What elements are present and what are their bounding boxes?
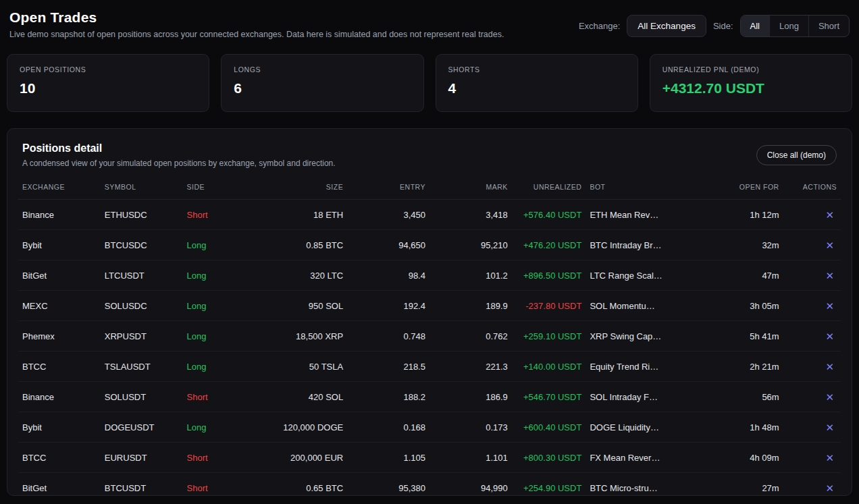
open-for-cell: 32m — [713, 230, 783, 260]
actions-cell: ✕ — [783, 200, 841, 230]
stat-value: 4 — [448, 80, 625, 96]
column-header-symbol: SYMBOL — [101, 177, 183, 200]
stat-label: UNREALIZED PNL (DEMO) — [662, 65, 839, 74]
table-row: PhemexXRPUSDTLong18,500 XRP0.7480.762+25… — [18, 321, 841, 352]
exchange-cell: Phemex — [18, 321, 101, 352]
size-cell: 0.85 BTC — [257, 230, 347, 260]
actions-cell: ✕ — [783, 352, 841, 382]
side-option-all[interactable]: All — [741, 16, 769, 36]
symbol-cell: SOLUSDC — [101, 291, 183, 321]
close-position-icon[interactable]: ✕ — [823, 239, 837, 252]
title-block: Open Trades Live demo snapshot of open p… — [9, 9, 504, 39]
mark-cell: 0.173 — [430, 412, 512, 443]
topbar: Open Trades Live demo snapshot of open p… — [7, 8, 852, 39]
unrealized-cell: +546.70 USDT — [512, 382, 586, 412]
entry-cell: 3,450 — [347, 200, 430, 230]
stats-row: OPEN POSITIONS10LONGS6SHORTS4UNREALIZED … — [7, 54, 852, 112]
actions-cell: ✕ — [783, 473, 841, 503]
unrealized-cell: +600.40 USDT — [512, 412, 586, 443]
side-option-short[interactable]: Short — [808, 16, 849, 36]
page-subtitle: Live demo snapshot of open positions acr… — [9, 30, 504, 39]
side-option-long[interactable]: Long — [769, 16, 808, 36]
entry-cell: 0.748 — [347, 321, 430, 352]
side-cell: Short — [183, 200, 257, 230]
close-position-icon[interactable]: ✕ — [823, 421, 837, 434]
side-cell: Long — [183, 321, 257, 352]
table-row: BitGetBTCUSDTShort0.65 BTC95,38094,990+2… — [18, 473, 841, 503]
column-header-side: SIDE — [183, 177, 257, 200]
column-header-size: SIZE — [257, 177, 347, 200]
unrealized-cell: +800.30 USDT — [512, 443, 586, 473]
open-for-cell: 27m — [713, 473, 783, 503]
size-cell: 320 LTC — [257, 260, 347, 291]
stat-card: UNREALIZED PNL (DEMO)+4312.70 USDT — [650, 54, 852, 112]
close-position-icon[interactable]: ✕ — [823, 482, 837, 495]
exchange-cell: Bybit — [18, 412, 101, 443]
close-position-icon[interactable]: ✕ — [823, 208, 837, 221]
bot-cell: DOGE Liquidity… — [585, 412, 713, 443]
size-cell: 18,500 XRP — [257, 321, 347, 352]
column-header-actions: ACTIONS — [783, 177, 841, 200]
unrealized-cell: +140.00 USDT — [512, 352, 586, 382]
close-position-icon[interactable]: ✕ — [823, 391, 837, 403]
positions-subtitle: A condensed view of your simulated open … — [22, 159, 336, 168]
column-header-bot: BOT — [585, 177, 713, 200]
symbol-cell: ETHUSDC — [101, 200, 183, 230]
bot-cell: ETH Mean Rev… — [585, 200, 713, 230]
side-filter-group: AllLongShort — [740, 15, 850, 37]
mark-cell: 101.2 — [430, 260, 512, 291]
side-cell: Short — [183, 382, 257, 412]
entry-cell: 98.4 — [347, 260, 430, 291]
exchange-cell: Bybit — [18, 230, 101, 260]
column-header-unrealized: UNREALIZED — [512, 177, 586, 200]
stat-card: OPEN POSITIONS10 — [7, 54, 209, 112]
exchange-filter-button[interactable]: All Exchanges — [627, 15, 706, 37]
size-cell: 0.65 BTC — [257, 473, 347, 503]
column-header-entry: ENTRY — [347, 177, 430, 200]
mark-cell: 221.3 — [430, 352, 512, 382]
exchange-cell: BitGet — [18, 260, 101, 291]
stat-value: +4312.70 USDT — [662, 80, 839, 96]
side-filter-label: Side: — [713, 21, 733, 31]
page-title: Open Trades — [9, 9, 504, 26]
table-row: BybitBTCUSDCLong0.85 BTC94,65095,210+476… — [18, 230, 841, 260]
side-cell: Long — [183, 291, 257, 321]
unrealized-cell: +576.40 USDT — [512, 200, 586, 230]
actions-cell: ✕ — [783, 443, 841, 473]
bot-cell: BTC Micro-stru… — [585, 473, 713, 503]
close-position-icon[interactable]: ✕ — [823, 300, 837, 312]
side-cell: Long — [183, 260, 257, 291]
exchange-cell: Binance — [18, 382, 101, 412]
exchange-cell: BitGet — [18, 473, 101, 503]
side-cell: Long — [183, 352, 257, 382]
entry-cell: 95,380 — [347, 473, 430, 503]
open-trades-page: Open Trades Live demo snapshot of open p… — [0, 0, 859, 503]
exchange-cell: BTCC — [18, 443, 101, 473]
stat-card: LONGS6 — [221, 54, 423, 112]
mark-cell: 0.762 — [430, 321, 512, 352]
exchange-cell: MEXC — [18, 291, 101, 321]
bot-cell: BTC Intraday Br… — [585, 230, 713, 260]
table-row: BTCCEURUSDTShort200,000 EUR1.1051.101+80… — [18, 443, 841, 473]
open-for-cell: 5h 41m — [713, 321, 783, 352]
open-for-cell: 3h 05m — [713, 291, 783, 321]
side-cell: Long — [183, 412, 257, 443]
close-position-icon[interactable]: ✕ — [823, 360, 837, 373]
bot-cell: XRP Swing Cap… — [585, 321, 713, 352]
bot-cell: SOL Momentu… — [585, 291, 713, 321]
unrealized-cell: +476.20 USDT — [512, 230, 586, 260]
close-position-icon[interactable]: ✕ — [823, 330, 837, 343]
stat-label: LONGS — [234, 65, 411, 74]
symbol-cell: BTCUSDT — [101, 473, 183, 503]
positions-panel-titles: Positions detail A condensed view of you… — [22, 142, 336, 168]
entry-cell: 188.2 — [347, 382, 430, 412]
exchange-filter-label: Exchange: — [579, 21, 620, 31]
symbol-cell: TSLAUSDT — [101, 352, 183, 382]
close-all-button[interactable]: Close all (demo) — [756, 145, 837, 165]
size-cell: 120,000 DOGE — [257, 412, 347, 443]
entry-cell: 0.168 — [347, 412, 430, 443]
size-cell: 200,000 EUR — [257, 443, 347, 473]
actions-cell: ✕ — [783, 412, 841, 443]
close-position-icon[interactable]: ✕ — [823, 451, 837, 464]
close-position-icon[interactable]: ✕ — [823, 269, 837, 282]
